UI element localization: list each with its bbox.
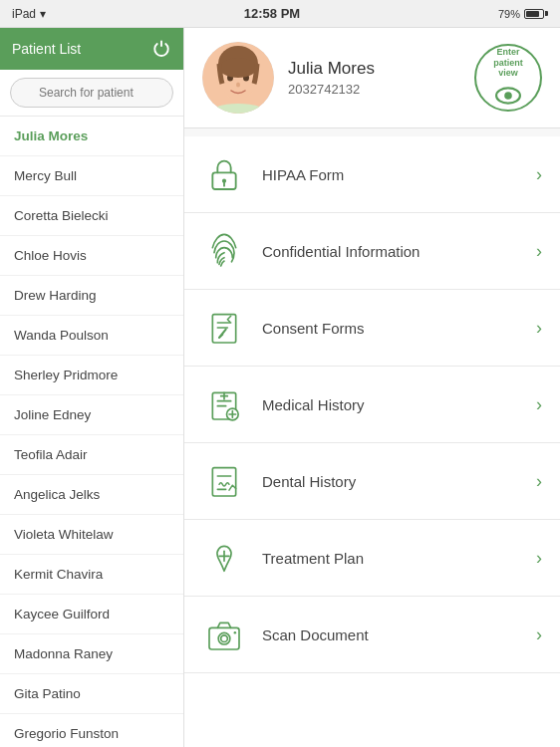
menu-item-medical[interactable]: Medical History›: [184, 367, 560, 443]
svg-rect-25: [212, 468, 235, 496]
svg-point-12: [504, 92, 512, 100]
search-bar: ⌕: [0, 70, 183, 117]
menu-item-label: Confidential Information: [262, 243, 520, 260]
patient-list-item[interactable]: Wanda Poulson: [0, 316, 183, 356]
patient-name: Julia Mores: [288, 59, 460, 79]
patient-list-item[interactable]: Madonna Raney: [0, 634, 183, 674]
status-bar: iPad ▾ 12:58 PM 79%: [0, 0, 560, 28]
sidebar-title: Patient List: [12, 41, 81, 57]
wifi-icon: ▾: [40, 7, 46, 21]
svg-point-10: [219, 58, 257, 78]
menu-item-label: Treatment Plan: [262, 550, 520, 567]
enter-patient-button[interactable]: Enterpatientview: [474, 44, 542, 112]
patient-list-item[interactable]: Joline Edney: [0, 395, 183, 435]
menu-item-label: Scan Document: [262, 626, 520, 643]
patient-list-item[interactable]: Kermit Chavira: [0, 555, 183, 595]
main-layout: Patient List ⌕ Julia MoresMercy BullCore…: [0, 28, 560, 747]
chevron-right-icon: ›: [536, 471, 542, 492]
menu-item-label: Consent Forms: [262, 320, 520, 337]
patient-list-item[interactable]: Chloe Hovis: [0, 236, 183, 276]
menu-item-label: HIPAA Form: [262, 166, 520, 183]
menu-item-confidential[interactable]: Confidential Information›: [184, 213, 560, 290]
dental-icon: [202, 459, 246, 503]
lock-icon: [202, 152, 246, 196]
patient-header: Julia Mores 2032742132 Enterpatientview: [184, 28, 560, 128]
battery-icon: [524, 9, 548, 19]
menu-item-scan[interactable]: Scan Document›: [184, 597, 560, 673]
menu-item-label: Dental History: [262, 473, 520, 490]
menu-item-dental[interactable]: Dental History›: [184, 443, 560, 520]
svg-point-32: [221, 635, 228, 642]
menu-item-label: Medical History: [262, 396, 520, 413]
chevron-right-icon: ›: [536, 164, 542, 185]
sidebar: Patient List ⌕ Julia MoresMercy BullCore…: [0, 28, 184, 747]
battery-percent: 79%: [498, 8, 520, 20]
patient-list-item[interactable]: Gregorio Funston: [0, 714, 183, 747]
camera-icon: [202, 613, 246, 656]
patient-list-item[interactable]: Gita Patino: [0, 674, 183, 714]
enter-label: Enterpatientview: [493, 47, 523, 79]
chevron-right-icon: ›: [536, 394, 542, 415]
chevron-right-icon: ›: [536, 624, 542, 645]
power-button[interactable]: [151, 39, 171, 59]
menu-list: HIPAA Form› Confidential Information› Co…: [184, 136, 560, 747]
patient-list-item[interactable]: Angelica Jelks: [0, 475, 183, 515]
patient-list-item[interactable]: Coretta Bielecki: [0, 196, 183, 236]
menu-item-hipaa[interactable]: HIPAA Form›: [184, 136, 560, 213]
svg-rect-30: [209, 627, 239, 649]
svg-point-33: [234, 631, 237, 634]
patient-list-item[interactable]: Sherley Pridmore: [0, 356, 183, 395]
patient-list-item[interactable]: Mercy Bull: [0, 156, 183, 196]
avatar: [202, 42, 274, 114]
fingerprint-icon: [202, 229, 246, 273]
chevron-right-icon: ›: [536, 241, 542, 262]
menu-item-consent[interactable]: Consent Forms›: [184, 290, 560, 367]
status-right: 79%: [498, 8, 548, 20]
medical-icon: [202, 382, 246, 426]
svg-point-7: [236, 83, 240, 88]
patient-list-item[interactable]: Kaycee Guilford: [0, 595, 183, 634]
sidebar-header: Patient List: [0, 28, 183, 70]
main-content: Julia Mores 2032742132 Enterpatientview …: [184, 28, 560, 747]
device-label: iPad: [12, 7, 36, 21]
chevron-right-icon: ›: [536, 548, 542, 569]
consent-icon: [202, 306, 246, 350]
status-left: iPad ▾: [12, 7, 46, 21]
treatment-icon: [202, 536, 246, 580]
patient-list-item[interactable]: Violeta Whitelaw: [0, 515, 183, 555]
patient-list-item[interactable]: Drew Harding: [0, 276, 183, 316]
patient-list: Julia MoresMercy BullCoretta BieleckiChl…: [0, 117, 183, 747]
search-input[interactable]: [10, 78, 173, 108]
patient-info: Julia Mores 2032742132: [288, 59, 460, 97]
status-time: 12:58 PM: [244, 6, 300, 21]
chevron-right-icon: ›: [536, 318, 542, 339]
patient-phone: 2032742132: [288, 82, 460, 97]
patient-list-item[interactable]: Teofila Adair: [0, 435, 183, 475]
menu-item-treatment[interactable]: Treatment Plan›: [184, 520, 560, 597]
patient-list-item[interactable]: Julia Mores: [0, 117, 183, 156]
